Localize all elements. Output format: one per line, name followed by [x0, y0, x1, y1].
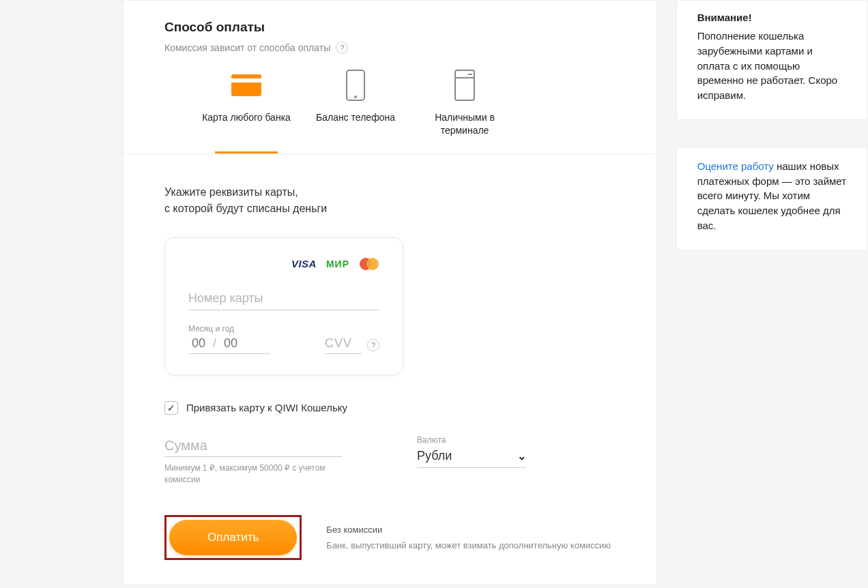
pay-button[interactable]: Оплатить	[169, 520, 297, 555]
card-icon	[230, 69, 263, 102]
expiry-year-input[interactable]	[220, 336, 241, 351]
payment-form: Способ оплаты Комиссия зависит от способ…	[123, 0, 657, 585]
mastercard-logo	[359, 257, 379, 271]
commission-subtitle: Комиссия зависит от способа оплаты	[164, 42, 330, 53]
amount-hint: Минимум 1 ₽, максимум 50000 ₽ с учетом к…	[164, 462, 342, 486]
svg-rect-1	[231, 78, 261, 83]
bind-card-checkbox[interactable]: ✓	[164, 401, 178, 415]
method-cash[interactable]: Наличными в терминале	[410, 69, 519, 153]
sidebar-feedback: Оцените работу наших новых платежных фор…	[676, 147, 868, 250]
pay-info: Без комиссии Банк, выпустивший карту, мо…	[326, 523, 611, 553]
pay-highlight: Оплатить	[164, 515, 302, 560]
method-card[interactable]: Карта любого банка	[192, 69, 301, 153]
terminal-icon	[448, 69, 481, 102]
svg-point-3	[354, 95, 357, 98]
method-cash-label: Наличными в терминале	[410, 111, 519, 137]
svg-rect-0	[231, 74, 261, 96]
warning-text: Пополнение кошелька зарубежными картами …	[697, 29, 847, 103]
cvv-input[interactable]	[325, 336, 362, 354]
cvv-help-icon[interactable]: ?	[367, 339, 379, 351]
amount-input[interactable]	[164, 435, 342, 457]
phone-icon	[339, 69, 372, 102]
method-phone-label: Баланс телефона	[316, 111, 395, 124]
chevron-down-icon: ⌄	[517, 450, 526, 462]
sidebar-warning: Внимание! Пополнение кошелька зарубежным…	[676, 0, 868, 120]
method-card-label: Карта любого банка	[202, 111, 291, 124]
card-details: VISA МИР Месяц и год /	[164, 237, 403, 375]
currency-value: Рубли	[417, 449, 452, 463]
bind-card-label: Привязать карту к QIWI Кошельку	[186, 402, 347, 413]
currency-label: Валюта	[417, 435, 526, 445]
currency-select[interactable]: Рубли ⌄	[417, 446, 526, 468]
expiry-month-input[interactable]	[188, 336, 209, 351]
section-title: Способ оплаты	[164, 20, 616, 35]
commission-help-icon[interactable]: ?	[336, 42, 348, 54]
card-number-input[interactable]	[188, 287, 379, 310]
warning-title: Внимание!	[697, 12, 847, 23]
expiry-separator: /	[213, 336, 216, 351]
method-phone[interactable]: Баланс телефона	[301, 69, 410, 153]
mir-logo: МИР	[326, 259, 349, 269]
svg-point-8	[366, 258, 379, 270]
card-instruction: Укажите реквизиты карты, с которой будут…	[164, 184, 616, 217]
expiry-label: Месяц и год	[188, 324, 270, 334]
rate-link[interactable]: Оцените работу	[697, 160, 774, 172]
payment-methods: Карта любого банка Баланс телефона Налич…	[192, 69, 616, 153]
visa-logo: VISA	[291, 258, 317, 269]
check-icon: ✓	[167, 402, 175, 413]
